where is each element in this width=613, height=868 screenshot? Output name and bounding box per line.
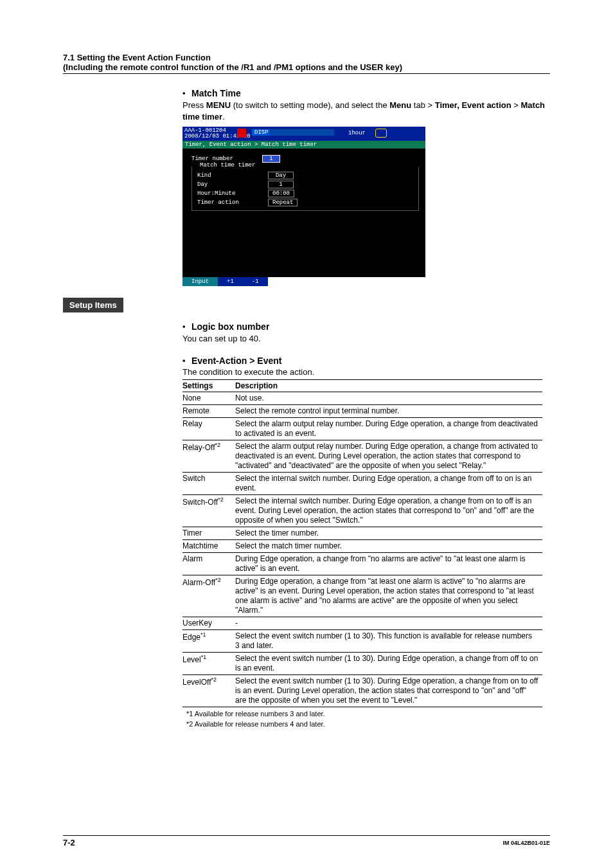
table-row: LevelOff*2Select the event switch number… [182,674,542,707]
match-time-instructions: Press MENU (to switch to setting mode), … [182,100,550,123]
setting-description: Select the alarm output relay number. Du… [235,440,542,472]
superscript-note: *1 [201,654,207,660]
mt-menu-key: MENU [206,100,231,110]
setup-items-badge: Setup Items [63,298,123,312]
header-subtitle: (Including the remote control function o… [63,62,550,72]
table-row: Edge*1Select the event switch number (1 … [182,629,542,652]
memo-icon [237,129,246,138]
ss-kind-field[interactable]: Day [268,172,294,179]
ss-input-button[interactable]: Input [182,277,218,286]
setting-name: Switch [182,472,235,494]
ss-hm-field[interactable]: 00:00 [268,190,294,197]
page-number: 7-2 [63,838,75,847]
setting-name: Timer [182,527,235,539]
th-settings: Settings [182,379,235,392]
setting-description: - [235,617,542,629]
mt-timer-event-action: Timer, Event action [435,100,511,110]
table-row: NoneNot use. [182,392,542,404]
superscript-note: *2 [211,676,217,683]
superscript-note: *1 [200,631,206,638]
ss-timer-number-field[interactable]: 1 [262,155,280,163]
setting-description: Select the event switch number (1 to 30)… [235,652,542,674]
ss-kind-label: Kind [197,172,268,179]
ss-body: Timer number 1 Match time timer Kind Day… [182,149,425,277]
ss-minus1-button[interactable]: -1 [243,277,268,286]
table-row: Alarm-Off*2During Edge operation, a chan… [182,575,542,617]
setup-items-row: Setup Items [182,298,550,321]
table-row: TimerSelect the timer number. [182,527,542,539]
ss-group-title: Match time timer [197,162,258,168]
superscript-note: *2 [215,442,220,448]
ss-plus1-button[interactable]: +1 [218,277,243,286]
th-description: Description [235,379,542,392]
mt-text-pre: Press [182,100,206,110]
ss-titlebar: AAA-1-001204 2008/12/03 01:45:20 DISP 1h… [182,127,425,141]
setting-description: Select the event switch number (1 to 30)… [235,674,542,707]
table-row: SwitchSelect the internal switch number.… [182,472,542,494]
setting-description: Not use. [235,392,542,404]
mt-text-mid1: (to switch to setting mode), and select … [231,100,389,110]
ss-day-row: Day 1 [197,181,413,188]
setting-description: Select the match timer number. [235,539,542,552]
setting-name: Remote [182,404,235,417]
mt-menu-tab: Menu [389,100,411,110]
ss-bottom-bar: Input +1 -1 [182,277,425,286]
ss-ta-field[interactable]: Repeat [268,199,298,206]
ss-match-time-group: Match time timer Kind Day Day 1 Hour:Min… [191,167,419,211]
setting-name: Level*1 [182,652,235,674]
setting-name: Alarm-Off*2 [182,575,235,617]
table-row: UserKey- [182,617,542,629]
ss-day-field[interactable]: 1 [268,181,294,188]
ss-day-label: Day [197,181,268,188]
match-time-heading: • Match Time [182,88,550,98]
setting-name: UserKey [182,617,235,629]
bullet-icon: • [182,356,191,365]
setting-name: Matchtime [182,539,235,552]
logic-box-heading: • Logic box number [182,321,550,332]
table-row: Relay-Off*2Select the alarm output relay… [182,440,542,472]
doc-id: IM 04L42B01-01E [502,840,550,846]
ss-breadcrumb: Timer, Event action > Match time timer [182,141,425,149]
setting-name: LevelOff*2 [182,674,235,707]
page-header: 7.1 Setting the Event Action Function (I… [63,53,550,74]
setting-description: Select the internal switch number. Durin… [235,472,542,494]
setting-name: Switch-Off*2 [182,494,235,527]
setting-description: Select the timer number. [235,527,542,539]
footnote-1: *1 Available for release numbers 3 and l… [186,710,550,718]
footnote-2: *2 Available for release numbers 4 and l… [186,720,550,728]
table-row: Level*1Select the event switch number (1… [182,652,542,674]
setting-name: Relay [182,417,235,440]
ss-hm-row: Hour:Minute 00:00 [197,190,413,197]
table-row: MatchtimeSelect the match timer number. [182,539,542,552]
footer-rule [63,835,550,836]
event-action-intro: The condition to execute the action. [182,367,550,377]
setting-description: Select the alarm output relay number. Du… [235,417,542,440]
logic-box-title: Logic box number [191,321,269,332]
table-header-row: Settings Description [182,379,542,392]
logic-box-text: You can set up to 40. [182,333,550,345]
mt-gt: > [511,100,521,110]
bullet-icon: • [182,321,191,331]
mt-period: . [222,112,225,122]
ss-hm-label: Hour:Minute [197,190,268,197]
ss-disp-button[interactable]: DISP [252,129,271,136]
setting-description: Select the event switch number (1 to 30)… [235,629,542,652]
table-row: RelaySelect the alarm output relay numbe… [182,417,542,440]
table-row: RemoteSelect the remote control input te… [182,404,542,417]
setting-description: During Edge operation, a change from "at… [235,575,542,617]
header-section-title: 7.1 Setting the Event Action Function [63,53,550,62]
device-screenshot: AAA-1-001204 2008/12/03 01:45:20 DISP 1h… [182,127,425,286]
superscript-note: *2 [218,496,224,503]
content-area: • Match Time Press MENU (to switch to se… [182,88,550,728]
bullet-icon: • [182,88,191,98]
ss-ta-label: Timer action [197,199,268,206]
camera-icon[interactable] [375,129,387,138]
setting-name: Edge*1 [182,629,235,652]
setting-name: Alarm [182,552,235,575]
ss-timer-number-label: Timer number [191,156,262,162]
ss-kind-row: Kind Day [197,172,413,179]
setting-name: None [182,392,235,404]
table-row: AlarmDuring Edge operation, a change fro… [182,552,542,575]
setting-name: Relay-Off*2 [182,440,235,472]
match-time-title: Match Time [191,88,241,98]
